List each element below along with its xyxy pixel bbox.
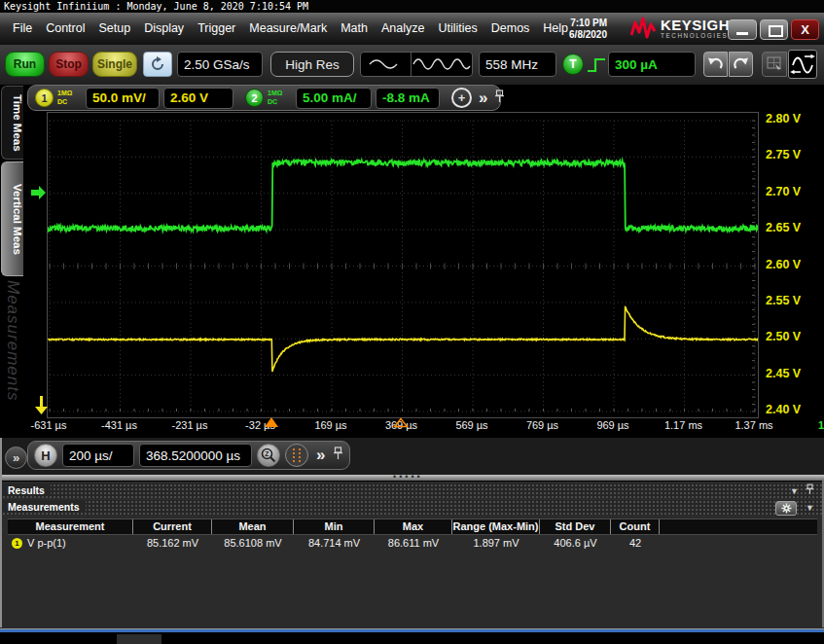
channel-bar: 1 1MΩ DC 50.0 mV/ 2.60 V 2 1MΩ DC 5.00 m… — [0, 85, 824, 112]
menu-item-math[interactable]: Math — [334, 13, 375, 45]
keysight-logo: KEYSIGHT TECHNOLOGIES — [630, 17, 739, 40]
table-header-row: Measurement Current Mean Min Max Range (… — [8, 519, 817, 535]
menu-item-utilities[interactable]: Utilities — [431, 13, 484, 45]
channel-1-coupling[interactable]: 1MΩ DC — [57, 89, 82, 105]
channel-2-badge[interactable]: 2 — [245, 89, 264, 107]
trigger-time-marker[interactable] — [265, 417, 278, 427]
col-max: Max — [375, 519, 452, 534]
menu-item-file[interactable]: File — [6, 13, 39, 45]
dotted-markers-icon — [290, 447, 304, 463]
channel-ground-marker-icon[interactable] — [35, 396, 48, 415]
menu-item-demos[interactable]: Demos — [484, 13, 537, 45]
menu-item-display[interactable]: Display — [137, 13, 191, 45]
screen-capture-button[interactable] — [762, 52, 787, 77]
channel-2-coupling[interactable]: 1MΩ DC — [268, 89, 292, 105]
value-max: 86.611 mV — [375, 535, 452, 552]
menu-item-analyze[interactable]: Analyze — [375, 13, 431, 45]
y-tick-label: 2.70 V — [766, 185, 801, 198]
time-markers-button[interactable] — [285, 444, 308, 467]
refresh-icon — [150, 56, 165, 72]
col-current: Current — [133, 519, 212, 534]
pin-icon[interactable] — [333, 447, 343, 464]
large-sine-icon — [411, 53, 472, 76]
waveform-pan-button[interactable] — [788, 50, 817, 79]
timebase-position-field[interactable]: 368.5200000 µs — [139, 444, 252, 467]
waveform-display-area[interactable] — [47, 112, 759, 418]
channel-1-scale-field[interactable]: 50.0 mV/ — [86, 88, 160, 109]
menu-item-trigger[interactable]: Trigger — [191, 13, 242, 45]
add-waveform-button[interactable]: + — [451, 88, 472, 108]
run-button[interactable]: Run — [5, 52, 45, 77]
col-range: Range (Max-Min) — [452, 519, 540, 534]
time-reference-marker[interactable] — [393, 417, 409, 428]
menu-item-control[interactable]: Control — [39, 13, 91, 45]
minimize-button[interactable] — [728, 19, 757, 40]
trigger-button[interactable]: T — [562, 54, 584, 75]
x-tick-label: 969 µs — [596, 419, 628, 431]
y-tick-label: 2.40 V — [766, 403, 801, 416]
results-title: Results — [2, 484, 51, 496]
measurement-1-badge: 1 — [12, 538, 22, 549]
measurement-name: V p-p(1) — [27, 535, 66, 552]
timebase-scale-field[interactable]: 200 µs/ — [62, 444, 134, 467]
y-tick-label: 2.60 V — [766, 258, 801, 271]
clock-time: 7:10 PM — [541, 18, 607, 29]
bandwidth-filter-control[interactable] — [360, 52, 473, 77]
trigger-level-display[interactable]: 300 µA — [608, 52, 696, 77]
menu-bar: File Control Setup Display Trigger Measu… — [0, 13, 824, 46]
measurements-table: Measurement Current Mean Min Max Range (… — [8, 519, 817, 552]
x-tick-label: -231 µs — [172, 419, 208, 431]
trigger-edge-icon — [587, 53, 606, 78]
value-mean: 85.6108 mV — [212, 535, 294, 552]
oscilloscope-screen: Keysight Infiniium : Monday, June 8, 202… — [0, 0, 824, 644]
col-min: Min — [294, 519, 375, 534]
more-horizontal-chevrons[interactable]: » — [316, 445, 325, 466]
results-collapse-caret[interactable]: ▼ — [790, 484, 799, 499]
sample-rate-display[interactable]: 2.50 GSa/s — [177, 52, 263, 77]
channel-1-offset-field[interactable]: 2.60 V — [163, 88, 233, 109]
minimize-icon — [736, 32, 748, 35]
channel-1-badge[interactable]: 1 — [35, 89, 54, 107]
results-titlebar[interactable]: Results ▼ — [2, 483, 822, 498]
keysight-spark-icon — [630, 17, 656, 40]
channel-controls: 1 1MΩ DC 50.0 mV/ 2.60 V 2 1MΩ DC 5.00 m… — [27, 85, 501, 111]
results-panel: Results ▼ Measurements ▼ Measurement Cur… — [0, 481, 824, 628]
menu-item-setup[interactable]: Setup — [91, 13, 137, 45]
measurements-settings-button[interactable] — [775, 501, 797, 516]
redo-button[interactable] — [729, 52, 753, 77]
close-button[interactable]: X — [791, 19, 819, 40]
single-button[interactable]: Single — [92, 52, 137, 77]
x-tick-label: 569 µs — [455, 419, 487, 431]
tab-vertical-meas[interactable]: Vertical Meas — [1, 161, 23, 276]
menu-item-measure-mark[interactable]: Measure/Mark — [242, 13, 334, 45]
stop-button[interactable]: Stop — [49, 52, 89, 77]
waveform-arrows-icon — [790, 53, 815, 76]
undo-button[interactable] — [703, 52, 728, 77]
trigger-level-marker-icon[interactable] — [30, 185, 47, 200]
pin-icon[interactable] — [494, 89, 505, 107]
zoom-button[interactable]: Z — [257, 444, 280, 467]
waveform-canvas — [48, 113, 758, 417]
horizontal-button[interactable]: H — [34, 444, 57, 467]
menu-items: File Control Setup Display Trigger Measu… — [6, 13, 575, 45]
pin-icon[interactable] — [806, 483, 814, 500]
measurements-titlebar[interactable]: Measurements ▼ — [2, 500, 822, 515]
value-current: 85.162 mV — [133, 535, 212, 552]
horizontal-controls: H 200 µs/ 368.5200000 µs Z » — [27, 441, 350, 470]
horizontal-bar: » H 200 µs/ 368.5200000 µs Z » — [0, 438, 824, 475]
measurements-collapse-caret[interactable]: ▼ — [806, 501, 814, 516]
table-row[interactable]: 1 V p-p(1) 85.162 mV 85.6108 mV 84.714 m… — [8, 535, 817, 552]
col-measurement: Measurement — [8, 519, 133, 534]
channel-2-offset-field[interactable]: -8.8 mA — [376, 88, 440, 109]
more-channels-chevrons[interactable]: » — [479, 88, 487, 109]
acquisition-mode-button[interactable]: High Res — [270, 52, 354, 77]
bandwidth-display[interactable]: 558 MHz — [479, 52, 556, 77]
x-tick-label: 1.37 ms — [734, 419, 772, 431]
channel-2-scale-field[interactable]: 5.00 mA/ — [296, 88, 372, 109]
clear-display-button[interactable] — [143, 52, 172, 77]
tab-time-meas[interactable]: Time Meas — [1, 86, 23, 160]
maximize-button[interactable] — [760, 19, 788, 40]
small-sine-icon — [361, 53, 411, 76]
svg-text:Z: Z — [265, 450, 269, 457]
expand-left-button[interactable]: » — [5, 447, 27, 469]
